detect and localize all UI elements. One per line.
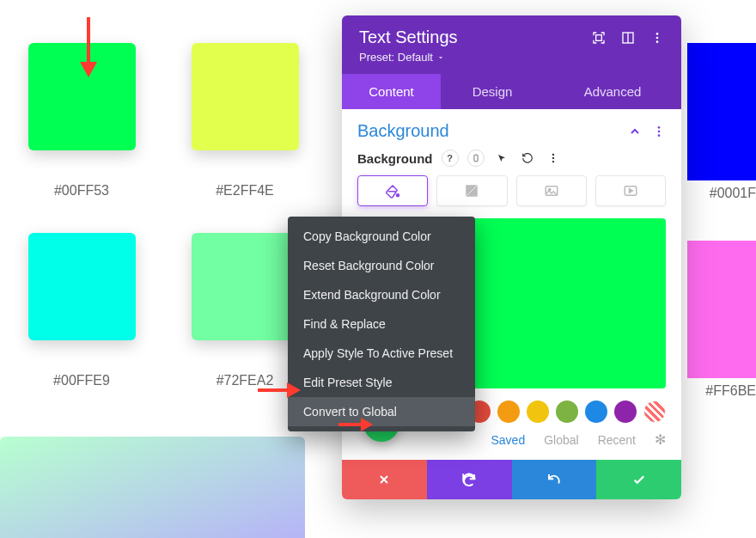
svg-point-5 [656,40,659,43]
svg-point-11 [552,157,553,159]
palette-color[interactable] [585,400,607,423]
reset-icon[interactable] [519,150,536,167]
more-icon[interactable] [545,150,562,167]
swatch-label: #E2FF4E [216,183,274,199]
annotation-arrow-icon [338,415,373,434]
undo-button[interactable] [427,460,512,499]
svg-rect-0 [596,34,602,40]
ctx-item-edit-preset[interactable]: Edit Preset Style [288,368,475,397]
svg-rect-9 [473,155,477,162]
tab-advanced[interactable]: Advanced [544,74,681,109]
layout-icon[interactable] [621,31,635,45]
row-label-text: Background [357,151,433,166]
svg-point-4 [656,36,659,39]
ctx-item-convert-global[interactable]: Convert to Global [288,397,475,426]
annotation-arrow-icon [258,379,301,401]
svg-point-10 [552,154,553,156]
color-swatch-large[interactable] [687,241,756,378]
row-label: Background ? [342,150,681,175]
caret-down-icon [436,53,445,62]
color-swatch[interactable] [192,233,299,340]
svg-point-13 [397,194,399,197]
gradient-swatch[interactable] [0,437,305,538]
palette-color[interactable] [527,400,549,423]
ctx-item-apply-preset[interactable]: Apply Style To Active Preset [288,339,475,368]
palette-color[interactable] [556,400,578,423]
ctx-item-copy-bg[interactable]: Copy Background Color [288,222,475,251]
bg-type-video[interactable] [595,175,666,206]
swatch-label: #FF6BE [705,383,756,399]
palette-color[interactable] [614,400,637,423]
annotation-arrow-icon [76,17,101,77]
redo-button[interactable] [512,460,597,499]
panel-title: Text Settings [359,28,458,47]
more-icon[interactable] [652,125,666,138]
context-menu: Copy Background Color Reset Background C… [288,217,475,431]
ctx-item-reset-bg[interactable]: Reset Background Color [288,251,475,280]
color-swatch[interactable] [192,43,299,150]
swatch-cell: #E2FF4E [163,43,326,199]
bg-type-color[interactable] [357,175,428,206]
section-title: Background [357,121,449,141]
palette-color-none[interactable] [643,400,666,423]
panel-header: Text Settings Preset: Default [342,15,681,74]
panel-tabs: Content Design Advanced [342,74,681,109]
cursor-icon[interactable] [493,150,510,167]
bg-type-gradient[interactable] [436,175,507,206]
palette-tab-global[interactable]: Global [544,433,578,447]
preset-selector[interactable]: Preset: Default [359,51,664,64]
palette-tab-recent[interactable]: Recent [598,433,636,447]
svg-point-12 [552,161,553,162]
focus-icon[interactable] [592,31,606,45]
swatch-label: #0001F [710,186,756,201]
ctx-item-extend-bg[interactable]: Extend Background Color [288,280,475,309]
color-swatch-large[interactable] [687,43,756,180]
swatch-cell: #00FFE9 [0,233,163,388]
help-icon[interactable]: ? [442,150,459,167]
preset-label: Preset: Default [359,51,433,64]
svg-point-7 [658,130,661,132]
svg-point-3 [656,33,659,35]
ctx-item-find-replace[interactable]: Find & Replace [288,309,475,339]
device-icon[interactable] [467,150,485,167]
more-icon[interactable] [650,31,664,45]
bg-type-image[interactable] [516,175,587,206]
section-header[interactable]: Background [342,109,681,150]
gear-icon[interactable]: ✻ [655,431,666,448]
chevron-up-icon[interactable] [628,125,642,138]
swatch-label: #00FFE9 [53,373,110,388]
tab-design[interactable]: Design [441,74,544,109]
confirm-button[interactable] [596,460,681,499]
swatch-label: #00FF53 [54,183,109,199]
color-swatch[interactable] [28,233,136,340]
background-type-tabs [342,175,681,218]
cancel-button[interactable] [342,460,427,499]
palette-color[interactable] [497,400,520,423]
tab-content[interactable]: Content [342,74,441,109]
svg-point-8 [658,134,661,137]
svg-point-6 [658,126,661,129]
panel-action-bar [342,460,681,499]
palette-tab-saved[interactable]: Saved [491,433,525,447]
